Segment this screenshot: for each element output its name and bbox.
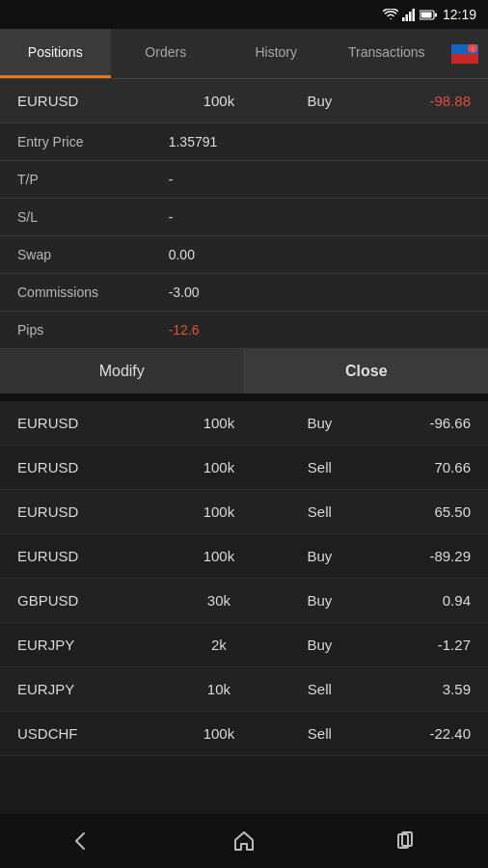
list-type: Sell: [269, 503, 369, 520]
expanded-pnl: -98.88: [370, 93, 471, 109]
status-bar: 12:19: [0, 0, 488, 29]
position-list-row[interactable]: EURJPY 2k Buy -1.27: [0, 623, 488, 667]
list-amount: 100k: [169, 459, 269, 475]
list-amount: 100k: [169, 415, 269, 431]
list-pnl: 70.66: [370, 459, 471, 475]
expanded-type: Buy: [269, 93, 369, 109]
close-button[interactable]: Close: [245, 349, 489, 393]
svg-rect-5: [435, 13, 437, 16]
home-icon: [231, 828, 257, 854]
home-button[interactable]: [163, 814, 326, 868]
expanded-position-header[interactable]: EURUSD 100k Buy -98.88: [0, 79, 488, 122]
list-pnl: 65.50: [370, 503, 471, 520]
tab-orders[interactable]: Orders: [111, 29, 222, 78]
position-list-row[interactable]: EURUSD 100k Sell 70.66: [0, 446, 488, 490]
recent-button[interactable]: [325, 814, 488, 868]
positions-list: EURUSD 100k Buy -96.66 EURUSD 100k Sell …: [0, 401, 488, 756]
position-list-row[interactable]: EURUSD 100k Buy -89.29: [0, 534, 488, 579]
main-content: EURUSD 100k Buy -98.88 Entry Price 1.357…: [0, 79, 488, 814]
list-pnl: 0.94: [370, 592, 471, 609]
list-type: Buy: [269, 548, 369, 564]
tab-transactions[interactable]: Transactions: [332, 29, 443, 78]
list-pnl: 3.59: [370, 681, 471, 697]
detail-swap: Swap 0.00: [0, 235, 488, 273]
position-list-row[interactable]: EURUSD 100k Buy -96.66: [0, 401, 488, 446]
modify-button[interactable]: Modify: [0, 349, 245, 393]
tab-bar: Positions Orders History Transactions !: [0, 29, 488, 79]
expanded-symbol: EURUSD: [17, 93, 169, 109]
back-button[interactable]: [0, 814, 163, 868]
flag-icon: !: [451, 44, 478, 64]
list-type: Buy: [269, 415, 369, 431]
list-pnl: -22.40: [370, 725, 471, 742]
list-amount: 100k: [169, 725, 269, 742]
list-amount: 2k: [169, 637, 269, 653]
svg-rect-2: [409, 12, 412, 21]
tab-history[interactable]: History: [221, 29, 332, 78]
wifi-icon: [383, 9, 398, 21]
list-pnl: -1.27: [370, 637, 471, 653]
list-type: Buy: [269, 637, 369, 653]
svg-rect-8: [451, 54, 478, 64]
list-symbol: USDCHF: [17, 725, 169, 742]
list-amount: 10k: [169, 681, 269, 697]
detail-pips: Pips -12.6: [0, 311, 488, 348]
list-amount: 100k: [169, 548, 269, 564]
list-symbol: EURUSD: [17, 415, 169, 431]
list-symbol: EURJPY: [17, 681, 169, 697]
list-pnl: -96.66: [370, 415, 471, 431]
svg-rect-3: [412, 9, 415, 21]
signal-icon: [402, 9, 416, 21]
list-symbol: EURJPY: [17, 637, 169, 653]
action-buttons: Modify Close: [0, 348, 488, 393]
position-list-row[interactable]: GBPUSD 30k Buy 0.94: [0, 579, 488, 623]
svg-rect-6: [420, 12, 431, 17]
back-icon: [68, 828, 94, 854]
position-list-row[interactable]: EURJPY 10k Sell 3.59: [0, 667, 488, 712]
svg-rect-1: [405, 14, 408, 21]
status-time: 12:19: [443, 7, 476, 22]
tab-positions[interactable]: Positions: [0, 29, 111, 78]
position-list-row[interactable]: EURUSD 100k Sell 65.50: [0, 490, 488, 534]
expanded-amount: 100k: [169, 93, 269, 109]
list-amount: 100k: [169, 503, 269, 520]
detail-sl: S/L -: [0, 198, 488, 235]
detail-tp: T/P -: [0, 160, 488, 198]
section-divider: [0, 393, 488, 401]
list-type: Sell: [269, 681, 369, 697]
list-amount: 30k: [169, 592, 269, 609]
expanded-position: EURUSD 100k Buy -98.88 Entry Price 1.357…: [0, 79, 488, 393]
bottom-nav: [0, 814, 488, 868]
position-list-row[interactable]: USDCHF 100k Sell -22.40: [0, 712, 488, 756]
list-symbol: GBPUSD: [17, 592, 169, 609]
status-icons: [383, 9, 437, 21]
list-symbol: EURUSD: [17, 459, 169, 475]
list-pnl: -89.29: [370, 548, 471, 564]
list-type: Buy: [269, 592, 369, 609]
list-symbol: EURUSD: [17, 548, 169, 564]
list-symbol: EURUSD: [17, 503, 169, 520]
svg-rect-0: [402, 17, 405, 21]
detail-commissions: Commissions -3.00: [0, 273, 488, 311]
list-type: Sell: [269, 459, 369, 475]
battery-icon: [420, 10, 437, 20]
detail-entry-price: Entry Price 1.35791: [0, 122, 488, 160]
recent-icon: [394, 828, 420, 854]
flag-button[interactable]: !: [442, 29, 488, 78]
list-type: Sell: [269, 725, 369, 742]
